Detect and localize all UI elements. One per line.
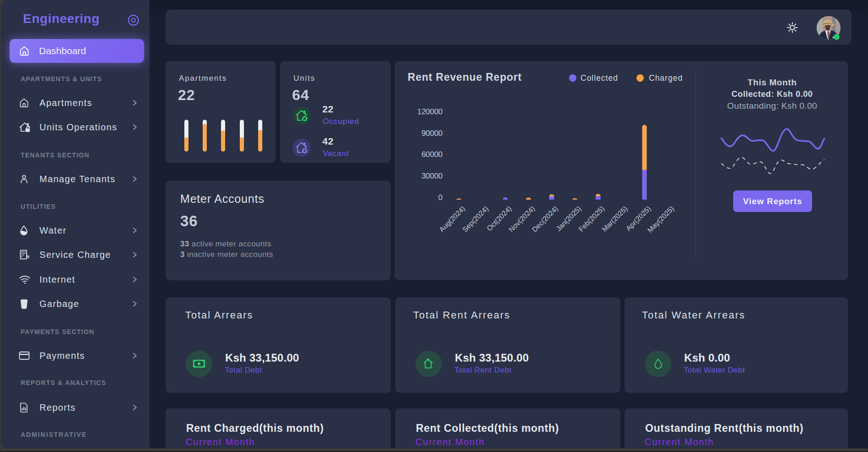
- svg-text:Mar(2025): Mar(2025): [600, 205, 629, 234]
- svg-text:60000: 60000: [421, 150, 442, 159]
- svg-text:120000: 120000: [417, 107, 442, 116]
- svg-text:30000: 30000: [421, 172, 442, 180]
- svg-text:90000: 90000: [421, 129, 442, 138]
- svg-text:0: 0: [438, 193, 442, 202]
